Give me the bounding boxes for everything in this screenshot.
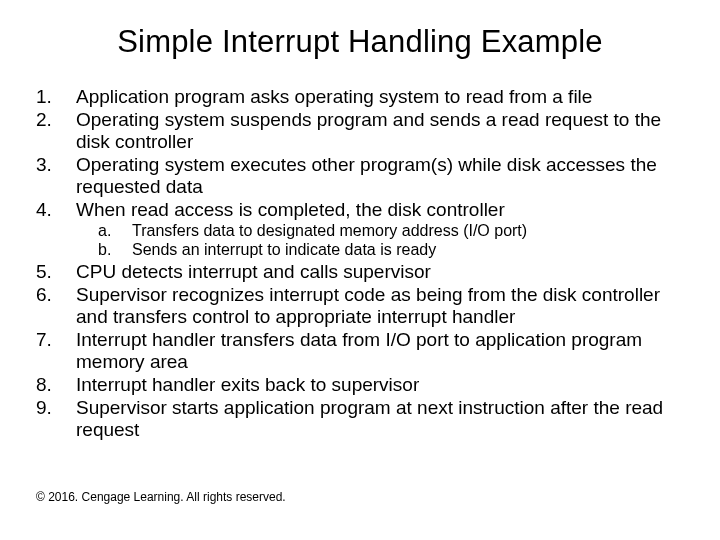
list-item: 5. CPU detects interrupt and calls super… bbox=[36, 261, 684, 283]
subitem-text: Transfers data to designated memory addr… bbox=[132, 222, 684, 241]
subitem-letter: a. bbox=[98, 222, 132, 241]
list-item: 1. Application program asks operating sy… bbox=[36, 86, 684, 108]
item-number: 9. bbox=[36, 397, 76, 441]
slide-title: Simple Interrupt Handling Example bbox=[36, 24, 684, 60]
main-list-part2: 5. CPU detects interrupt and calls super… bbox=[36, 261, 684, 441]
subitem-letter: b. bbox=[98, 241, 132, 260]
item-text: Interrupt handler transfers data from I/… bbox=[76, 329, 684, 373]
item-number: 7. bbox=[36, 329, 76, 373]
sub-list: a. Transfers data to designated memory a… bbox=[98, 222, 684, 260]
item-text: Operating system executes other program(… bbox=[76, 154, 684, 198]
item-text: Application program asks operating syste… bbox=[76, 86, 684, 108]
sub-list-item: a. Transfers data to designated memory a… bbox=[98, 222, 684, 241]
item-number: 8. bbox=[36, 374, 76, 396]
list-item: 9. Supervisor starts application program… bbox=[36, 397, 684, 441]
item-text: When read access is completed, the disk … bbox=[76, 199, 684, 221]
main-list-part1: 1. Application program asks operating sy… bbox=[36, 86, 684, 221]
slide-container: { "title": "Simple Interrupt Handling Ex… bbox=[0, 0, 720, 540]
list-item: 7. Interrupt handler transfers data from… bbox=[36, 329, 684, 373]
item-number: 5. bbox=[36, 261, 76, 283]
list-item: 3. Operating system executes other progr… bbox=[36, 154, 684, 198]
item-number: 3. bbox=[36, 154, 76, 198]
list-item: 8. Interrupt handler exits back to super… bbox=[36, 374, 684, 396]
item-text: CPU detects interrupt and calls supervis… bbox=[76, 261, 684, 283]
item-number: 6. bbox=[36, 284, 76, 328]
item-text: Supervisor starts application program at… bbox=[76, 397, 684, 441]
subitem-text: Sends an interrupt to indicate data is r… bbox=[132, 241, 684, 260]
list-item: 2. Operating system suspends program and… bbox=[36, 109, 684, 153]
item-number: 4. bbox=[36, 199, 76, 221]
item-number: 2. bbox=[36, 109, 76, 153]
item-text: Operating system suspends program and se… bbox=[76, 109, 684, 153]
item-text: Interrupt handler exits back to supervis… bbox=[76, 374, 684, 396]
list-item: 6. Supervisor recognizes interrupt code … bbox=[36, 284, 684, 328]
copyright-footer: © 2016. Cengage Learning. All rights res… bbox=[36, 490, 286, 504]
item-text: Supervisor recognizes interrupt code as … bbox=[76, 284, 684, 328]
sub-list-item: b. Sends an interrupt to indicate data i… bbox=[98, 241, 684, 260]
list-item: 4. When read access is completed, the di… bbox=[36, 199, 684, 221]
item-number: 1. bbox=[36, 86, 76, 108]
